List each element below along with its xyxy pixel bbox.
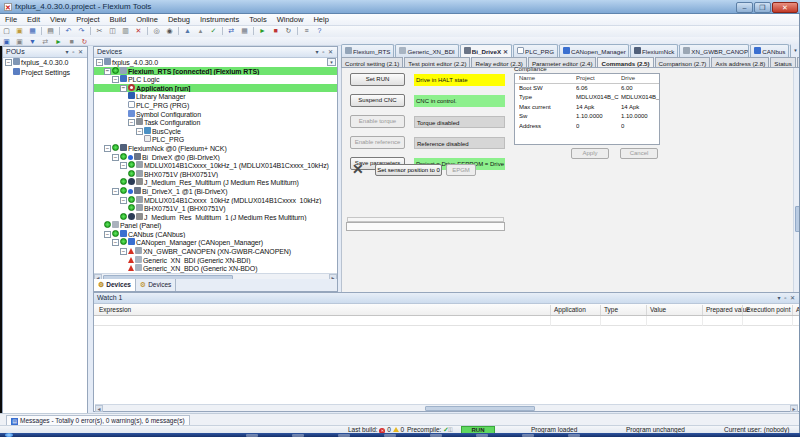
menu-build[interactable]: Build: [105, 14, 132, 26]
new-file-icon[interactable]: ▢: [0, 26, 13, 36]
expander-icon[interactable]: −: [5, 59, 12, 66]
tree-item[interactable]: Generic_XN_BDI (Generic XN-BDI): [94, 256, 337, 265]
doc-tab-plc_prg[interactable]: PLC_PRG: [513, 44, 558, 57]
devices-tab[interactable]: ⚙Devices: [136, 279, 176, 291]
find-icon[interactable]: ◎: [150, 26, 163, 36]
close-tab-icon[interactable]: ✕: [503, 49, 508, 55]
doc-tab-flexiumnck[interactable]: FlexiumNck: [630, 44, 678, 57]
watch-col-prepared-value[interactable]: Prepared value: [706, 304, 750, 316]
copy-icon[interactable]: ◫: [106, 26, 119, 36]
redo-icon[interactable]: ↷: [75, 26, 88, 36]
set-run-button[interactable]: Set RUN: [350, 73, 405, 86]
expander-icon[interactable]: −: [104, 68, 111, 75]
tree-item[interactable]: BHX0751V_1 (BHX0751V): [94, 204, 337, 213]
menu-instruments[interactable]: Instruments: [195, 14, 244, 26]
generate-code-icon[interactable]: ▴: [194, 26, 207, 36]
close-icon[interactable]: ✕: [790, 295, 796, 301]
taskbar-app-1[interactable]: [246, 434, 258, 437]
replace-icon[interactable]: ◉: [163, 26, 176, 36]
pin-icon[interactable]: ▫: [322, 49, 325, 55]
menu-online[interactable]: Online: [131, 14, 163, 26]
expander-icon[interactable]: −: [112, 154, 119, 161]
close-icon[interactable]: ✕: [78, 49, 84, 55]
menu-view[interactable]: View: [45, 14, 71, 26]
expander-icon[interactable]: −: [112, 76, 119, 83]
doc-tab-xn_gwbr_canopen[interactable]: XN_GWBR_CANOPEN: [679, 44, 749, 57]
watch-col-value[interactable]: Value: [650, 304, 666, 316]
tree-item[interactable]: PLC_PRG: [94, 135, 337, 144]
watch-col-execution-point[interactable]: Execution point: [746, 304, 790, 316]
cut-icon[interactable]: ✂: [93, 26, 106, 36]
taskbar-app-5[interactable]: [430, 434, 442, 437]
expander-icon[interactable]: −: [112, 188, 119, 195]
menu-tools[interactable]: Tools: [244, 14, 272, 26]
enable-reference-button[interactable]: Enable reference: [350, 136, 405, 149]
tree-item[interactable]: J_Medium_Res_Multiturn_1 (J Medium Res M…: [94, 213, 337, 222]
dropdown-icon[interactable]: ▾: [315, 49, 319, 55]
suspend-cnc-control-button[interactable]: Suspend CNC control: [350, 94, 405, 107]
expander-icon[interactable]: −: [128, 119, 135, 126]
cancel-button[interactable]: Cancel: [620, 148, 658, 159]
expander-icon[interactable]: −: [112, 239, 119, 246]
undo-icon[interactable]: ↶: [62, 26, 75, 36]
tree-item[interactable]: −FlexiumNck @0 (Flexium+ NCK): [94, 144, 337, 153]
tree-item[interactable]: J_Medium_Res_Multiturn (J Medium Res Mul…: [94, 178, 337, 187]
expander-icon[interactable]: −: [104, 145, 111, 152]
expander-icon[interactable]: −: [120, 197, 127, 204]
start-icon[interactable]: ►: [256, 26, 269, 36]
doc-tab-canbus[interactable]: CANbus: [750, 44, 789, 57]
doc-tab-flexium_rts[interactable]: Flexium_RTS: [341, 44, 394, 57]
check-icon[interactable]: ✓: [207, 26, 220, 36]
delete-icon[interactable]: ✕: [132, 26, 145, 36]
watch-hscrollbar[interactable]: ◄ ►: [95, 404, 798, 411]
watch-col-application[interactable]: Application: [554, 304, 586, 316]
watch-empty-row[interactable]: [94, 316, 799, 326]
eprom-button[interactable]: EPGM: [446, 164, 476, 176]
taskbar-app-7[interactable]: [522, 434, 534, 437]
login-gateway-icon[interactable]: ⇄: [225, 26, 238, 36]
tree-item[interactable]: −CANbus (CANbus): [94, 230, 337, 239]
menu-window[interactable]: Window: [272, 14, 309, 26]
tree-item[interactable]: BHX0751V (BHX0751V): [94, 170, 337, 179]
build-icon[interactable]: ▲: [181, 26, 194, 36]
open-project-icon[interactable]: ▣: [13, 26, 26, 36]
tree-item[interactable]: Library Manager: [94, 92, 337, 101]
sub-tab-commands-2-5-[interactable]: Commands (2.5): [597, 57, 653, 68]
tree-item[interactable]: −Application [run]: [94, 84, 337, 93]
tree-item[interactable]: PLC_PRG (PRG): [94, 101, 337, 110]
tree-item[interactable]: −MDLUX014B1Cxxxx_10kHz (MDLUX014B1Cxxxx_…: [94, 196, 337, 205]
sub-tab-test-point-editor-2-2-[interactable]: Test point editor (2.2): [404, 57, 470, 68]
single-cycle-icon[interactable]: ↻: [282, 26, 295, 36]
taskbar-app-4[interactable]: [384, 434, 396, 437]
tree-item[interactable]: Generic_XN_BDO (Generic XN-BDO): [94, 264, 337, 273]
help-tool-icon[interactable]: ?: [313, 26, 326, 36]
maximize-button[interactable]: ❐: [754, 2, 771, 13]
menu-debug[interactable]: Debug: [163, 14, 195, 26]
doc-tab-bi_drivex[interactable]: Bi_DriveX✕: [460, 44, 512, 57]
minimize-button[interactable]: –: [736, 2, 753, 13]
scroll-right-icon[interactable]: ►: [790, 405, 798, 412]
tree-filter-dropdown-icon[interactable]: ▾: [327, 58, 336, 66]
tree-item[interactable]: −CANopen_Manager (CANopen_Manager): [94, 238, 337, 247]
tree-item[interactable]: −Bi_DriveX_1 @1 (Bi-DriveX): [94, 187, 337, 196]
taskbar-app-2[interactable]: [292, 434, 304, 437]
close-icon[interactable]: ✕: [328, 49, 334, 55]
tree-item[interactable]: −BusCycle: [94, 127, 337, 136]
taskbar-app-8[interactable]: [568, 434, 580, 437]
enable-torque-button[interactable]: Enable torque: [350, 115, 405, 128]
sub-tab-comparison-2-7-[interactable]: Comparison (2.7): [655, 57, 711, 68]
tree-item[interactable]: −Task Configuration: [94, 118, 337, 127]
tree-item[interactable]: −fxplus_4.0.30.0: [3, 58, 87, 68]
print-icon[interactable]: ▤: [44, 26, 57, 36]
taskbar-app-3[interactable]: [338, 434, 350, 437]
sub-tab-axis-address-2-8-[interactable]: Axis address (2.8): [711, 57, 769, 68]
watch-col-expression[interactable]: Expression: [99, 304, 131, 316]
doc-tab-canopen_manager[interactable]: CANopen_Manager: [559, 44, 629, 57]
sub-tab-control-setting-2-1-[interactable]: Control setting (2.1): [341, 57, 403, 68]
dropdown-icon[interactable]: ▾: [65, 49, 69, 55]
sub-tab-status[interactable]: Status: [770, 57, 796, 68]
menu-file[interactable]: File: [0, 14, 22, 26]
pin-icon[interactable]: ▫: [784, 295, 787, 301]
paste-icon[interactable]: ▥: [119, 26, 132, 36]
watch-col-type[interactable]: Type: [604, 304, 618, 316]
